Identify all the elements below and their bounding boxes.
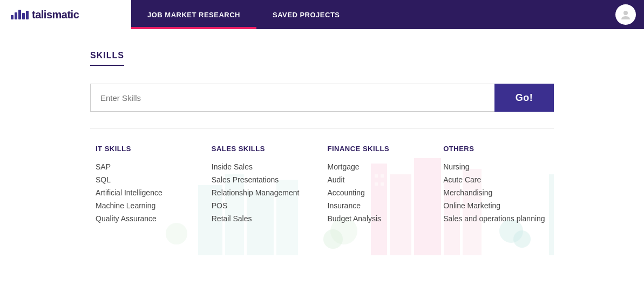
list-item[interactable]: Machine Learning — [96, 201, 201, 210]
divider — [90, 128, 554, 128]
category-it-skills: IT SKILLS SAP SQL Artificial Intelligenc… — [90, 145, 206, 223]
nav-tabs: JOB MARKET RESEARCH SAVED PROJECTS — [131, 0, 615, 29]
go-button[interactable]: Go! — [494, 84, 554, 112]
list-item[interactable]: Insurance — [328, 201, 433, 210]
list-item[interactable]: Sales and operations planning — [443, 214, 548, 223]
list-item[interactable]: Retail Sales — [212, 214, 317, 223]
list-item[interactable]: Quality Assurance — [96, 214, 201, 223]
list-item[interactable]: Inside Sales — [212, 162, 317, 171]
list-item[interactable]: Nursing — [443, 162, 548, 171]
skills-label: SKILLS — [90, 51, 124, 66]
nav-tab-saved-projects[interactable]: SAVED PROJECTS — [256, 0, 356, 29]
list-item[interactable]: SAP — [96, 162, 201, 171]
header: talismatic JOB MARKET RESEARCH SAVED PRO… — [0, 0, 644, 29]
others-title: OTHERS — [443, 145, 548, 153]
list-item[interactable]: Sales Presentations — [212, 175, 317, 184]
list-item[interactable]: SQL — [96, 175, 201, 184]
main-content: SKILLS Go! — [0, 29, 644, 255]
svg-point-0 — [623, 11, 628, 15]
svg-point-23 — [513, 230, 531, 248]
it-skills-title: IT SKILLS — [96, 145, 201, 153]
svg-point-21 — [323, 229, 343, 249]
user-icon — [620, 9, 632, 21]
search-row: Go! — [90, 84, 554, 112]
content-wrapper: IT SKILLS SAP SQL Artificial Intelligenc… — [90, 145, 554, 255]
list-item[interactable]: Merchandising — [443, 188, 548, 197]
it-skills-list: SAP SQL Artificial Intelligence Machine … — [96, 162, 201, 223]
svg-point-24 — [166, 223, 187, 244]
skill-categories: IT SKILLS SAP SQL Artificial Intelligenc… — [90, 145, 554, 223]
list-item[interactable]: Acute Care — [443, 175, 548, 184]
list-item[interactable]: Budget Analysis — [328, 214, 433, 223]
list-item[interactable]: Online Marketing — [443, 201, 548, 210]
finance-skills-list: Mortgage Audit Accounting Insurance Budg… — [328, 162, 433, 223]
category-others: OTHERS Nursing Acute Care Merchandising … — [438, 145, 554, 223]
avatar[interactable] — [615, 4, 636, 25]
finance-skills-title: FINANCE SKILLS — [328, 145, 433, 153]
list-item[interactable]: Mortgage — [328, 162, 433, 171]
logo-text: talismatic — [32, 9, 79, 21]
logo-area: talismatic — [0, 0, 131, 29]
list-item[interactable]: Relationship Management — [212, 188, 317, 197]
list-item[interactable]: Accounting — [328, 188, 433, 197]
logo-icon — [11, 10, 29, 19]
list-item[interactable]: Audit — [328, 175, 433, 184]
category-sales-skills: SALES SKILLS Inside Sales Sales Presenta… — [206, 145, 322, 223]
list-item[interactable]: Artificial Intelligence — [96, 188, 201, 197]
skills-input[interactable] — [90, 84, 494, 112]
list-item[interactable]: POS — [212, 201, 317, 210]
sales-skills-title: SALES SKILLS — [212, 145, 317, 153]
others-list: Nursing Acute Care Merchandising Online … — [443, 162, 548, 223]
sales-skills-list: Inside Sales Sales Presentations Relatio… — [212, 162, 317, 223]
category-finance-skills: FINANCE SKILLS Mortgage Audit Accounting… — [322, 145, 438, 223]
nav-tab-job-market-research[interactable]: JOB MARKET RESEARCH — [131, 0, 256, 29]
